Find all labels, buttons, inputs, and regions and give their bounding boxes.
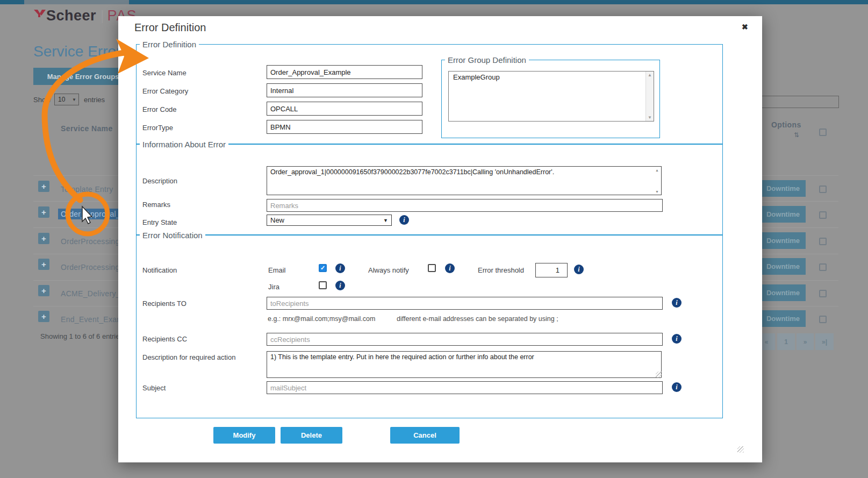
error-code-label: Error Code bbox=[142, 105, 177, 113]
table-row-service-name[interactable]: Template Entry bbox=[61, 185, 113, 194]
error-category-field[interactable] bbox=[267, 83, 422, 97]
error-notification-legend: Error Notification bbox=[140, 231, 205, 240]
info-icon[interactable]: i bbox=[672, 382, 682, 392]
row-checkbox[interactable] bbox=[819, 211, 827, 219]
expand-row-button[interactable]: + bbox=[38, 259, 49, 270]
error-definition-section: Error Definition Service Name Error Cate… bbox=[136, 44, 723, 144]
information-about-error-section: Information About Error Description Orde… bbox=[136, 144, 723, 235]
required-action-label: Description for required action bbox=[142, 353, 235, 361]
logo-brand-text: Scheer bbox=[46, 8, 96, 24]
service-name-field[interactable] bbox=[267, 65, 422, 79]
required-action-textarea[interactable]: 1) This is the template entry. Put in he… bbox=[267, 351, 662, 378]
recipients-cc-field[interactable] bbox=[267, 333, 663, 346]
downtime-button[interactable]: Downtime bbox=[761, 284, 806, 301]
error-definition-legend: Error Definition bbox=[140, 40, 199, 49]
downtime-button[interactable]: Downtime bbox=[761, 206, 806, 223]
row-checkbox[interactable] bbox=[819, 186, 827, 193]
screen: Scheer | PAS Service Error List Manage E… bbox=[0, 0, 868, 478]
sort-icon[interactable]: ⇅ bbox=[794, 131, 799, 139]
notification-label: Notification bbox=[142, 266, 177, 274]
chevron-down-icon: ▼ bbox=[72, 97, 76, 102]
always-notify-checkbox[interactable] bbox=[428, 264, 436, 272]
error-definition-modal: Error Definition ✖ Error Definition Serv… bbox=[118, 16, 762, 462]
always-notify-label: Always notify bbox=[368, 266, 409, 274]
entry-state-select[interactable]: New ▼ bbox=[267, 215, 392, 226]
error-threshold-label: Error threshold bbox=[478, 266, 524, 274]
info-icon[interactable]: i bbox=[574, 265, 584, 274]
entry-state-value: New bbox=[270, 216, 284, 224]
expand-row-button[interactable]: + bbox=[38, 311, 49, 322]
information-about-error-legend: Information About Error bbox=[140, 140, 228, 149]
email-checkbox[interactable]: ✓ bbox=[319, 264, 327, 272]
pagination-next-button[interactable]: » bbox=[797, 333, 814, 350]
downtime-button[interactable]: Downtime bbox=[761, 232, 806, 249]
delete-button[interactable]: Delete bbox=[281, 427, 342, 444]
error-type-field[interactable] bbox=[267, 120, 422, 134]
recipients-to-field[interactable] bbox=[267, 297, 663, 310]
textarea-resize-handle[interactable] bbox=[656, 372, 662, 378]
description-label: Description bbox=[142, 177, 177, 185]
expand-row-button[interactable]: + bbox=[38, 181, 49, 192]
pagination-last-button[interactable]: »| bbox=[815, 333, 834, 350]
column-header-options[interactable]: Options bbox=[771, 120, 801, 129]
downtime-button[interactable]: Downtime bbox=[761, 258, 806, 275]
row-checkbox[interactable] bbox=[819, 290, 827, 297]
entry-state-label: Entry State bbox=[142, 218, 177, 226]
scheer-logo-mark bbox=[33, 9, 46, 24]
description-textarea[interactable]: Order_approval_1|000000091650f379000022b… bbox=[267, 166, 662, 195]
error-threshold-field[interactable] bbox=[535, 263, 568, 277]
page-size-value: 10 bbox=[58, 96, 65, 103]
expand-row-button[interactable]: + bbox=[38, 233, 49, 244]
row-checkbox[interactable] bbox=[819, 316, 827, 323]
error-category-label: Error Category bbox=[142, 87, 188, 95]
scroll-down-icon[interactable]: ▼ bbox=[648, 115, 652, 120]
select-all-checkbox[interactable] bbox=[819, 129, 827, 136]
subject-label: Subject bbox=[142, 384, 166, 392]
error-group-listbox[interactable]: ExampleGroup ▲ ▼ bbox=[448, 71, 654, 122]
downtime-button[interactable]: Downtime bbox=[761, 310, 806, 327]
table-summary: Showing 1 to 6 of 6 entries bbox=[40, 332, 123, 340]
listbox-scrollbar[interactable]: ▲ ▼ bbox=[645, 72, 654, 121]
scroll-up-icon[interactable]: ▲ bbox=[655, 168, 659, 172]
scroll-up-icon[interactable]: ▲ bbox=[648, 73, 652, 77]
page-size-select[interactable]: 10 ▼ bbox=[54, 94, 79, 105]
service-name-label: Service Name bbox=[142, 69, 186, 77]
email-label: Email bbox=[268, 266, 286, 274]
row-checkbox[interactable] bbox=[819, 263, 827, 271]
error-group-item[interactable]: ExampleGroup bbox=[449, 72, 654, 83]
subject-field[interactable] bbox=[267, 381, 663, 394]
error-code-field[interactable] bbox=[267, 102, 422, 116]
table-row-service-name[interactable]: OrderProcessing bbox=[61, 237, 120, 246]
cancel-button[interactable]: Cancel bbox=[390, 427, 460, 444]
top-navigation-active-tab bbox=[24, 0, 129, 4]
error-group-definition-legend: Error Group Definition bbox=[445, 55, 529, 65]
info-icon[interactable]: i bbox=[335, 263, 345, 273]
info-icon[interactable]: i bbox=[399, 215, 409, 225]
error-notification-section: Error Notification Notification Email ✓ … bbox=[136, 235, 723, 418]
table-row-service-name[interactable]: OrderProcessing bbox=[61, 263, 120, 272]
remarks-label: Remarks bbox=[142, 201, 170, 209]
info-icon[interactable]: i bbox=[672, 334, 682, 344]
expand-row-button[interactable]: + bbox=[38, 285, 49, 296]
chevron-down-icon: ▼ bbox=[383, 218, 388, 223]
pagination-page-1-button[interactable]: 1 bbox=[777, 333, 795, 350]
modify-button[interactable]: Modify bbox=[213, 427, 275, 444]
close-icon[interactable]: ✖ bbox=[742, 23, 748, 31]
info-icon[interactable]: i bbox=[672, 298, 682, 308]
info-icon[interactable]: i bbox=[335, 281, 345, 290]
email-example-hint: e.g.: mrx@mail.com;msy@mail.com bbox=[268, 315, 375, 323]
row-checkbox[interactable] bbox=[819, 238, 827, 245]
email-separator-hint: different e-mail addresses can be separa… bbox=[397, 315, 558, 323]
error-group-definition-section: Error Group Definition ExampleGroup ▲ ▼ bbox=[441, 60, 660, 138]
downtime-button[interactable]: Downtime bbox=[761, 180, 806, 197]
remarks-field[interactable] bbox=[267, 199, 663, 212]
modal-resize-handle[interactable] bbox=[737, 446, 744, 453]
info-icon[interactable]: i bbox=[445, 263, 455, 273]
modal-title: Error Definition bbox=[134, 22, 206, 34]
column-header-service-name[interactable]: Service Name bbox=[61, 124, 113, 133]
scroll-down-icon[interactable]: ▼ bbox=[655, 190, 659, 194]
expand-row-button[interactable]: + bbox=[38, 206, 49, 218]
entries-label: entries bbox=[84, 96, 105, 104]
logo-divider: | bbox=[101, 8, 104, 24]
jira-checkbox[interactable] bbox=[319, 281, 327, 289]
